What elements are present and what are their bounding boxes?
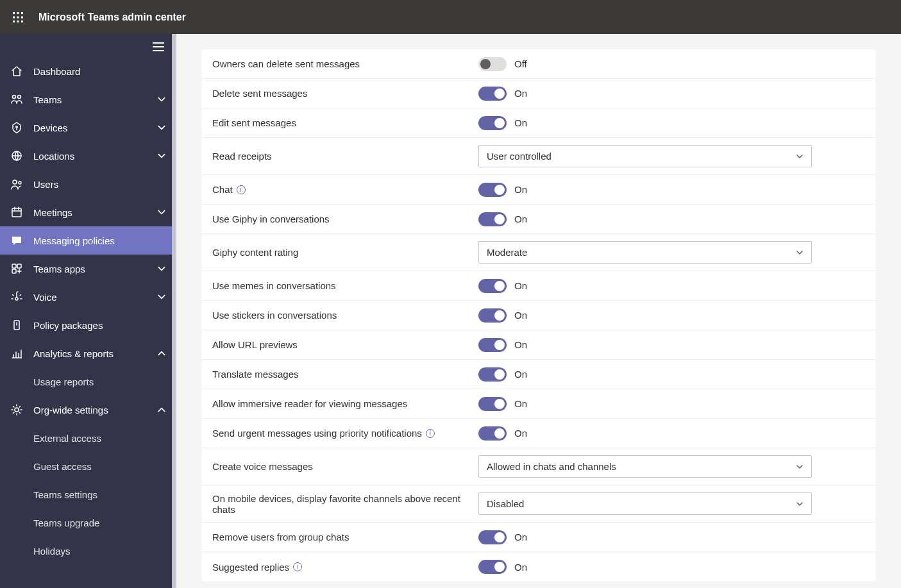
voice-icon [10, 290, 23, 303]
toggle[interactable]: On [478, 338, 527, 352]
home-icon [10, 65, 23, 78]
toggle[interactable]: On [478, 367, 527, 382]
select-dropdown[interactable]: Disabled [478, 492, 812, 515]
toggle[interactable]: Off [478, 57, 527, 71]
sidebar-item-messaging-policies[interactable]: Messaging policies [0, 226, 176, 255]
svg-rect-6 [13, 21, 15, 22]
toggle-knob [494, 532, 505, 542]
info-icon[interactable]: i [293, 562, 302, 571]
setting-label-text: Allow immersive reader for viewing messa… [212, 398, 407, 409]
top-bar: Microsoft Teams admin center [0, 0, 901, 34]
info-icon[interactable]: i [426, 429, 435, 438]
toggle-track[interactable] [478, 308, 507, 323]
setting-control: Moderate [478, 241, 865, 264]
users-icon [10, 178, 23, 190]
svg-rect-21 [12, 269, 16, 273]
sidebar-item-label: Messaging policies [33, 235, 166, 246]
svg-rect-8 [21, 21, 23, 22]
toggle[interactable]: On [478, 308, 527, 323]
sidebar-item-label: Locations [33, 151, 157, 162]
toggle-state-label: On [514, 310, 527, 321]
toggle-knob [494, 281, 505, 291]
collapse-nav-button[interactable] [152, 40, 165, 53]
toggle[interactable]: On [478, 397, 527, 411]
sidebar-item-label: Meetings [33, 207, 157, 218]
sidebar-item-devices[interactable]: Devices [0, 113, 176, 142]
toggle[interactable]: On [478, 87, 527, 101]
sidebar-item-org-wide-settings[interactable]: Org-wide settings [0, 396, 176, 424]
setting-label: On mobile devices, display favorite chan… [212, 493, 478, 515]
select-dropdown[interactable]: User controlled [478, 145, 812, 167]
package-icon [10, 319, 23, 332]
sidebar-item-label: Teams [33, 94, 157, 105]
toggle[interactable]: On [478, 426, 527, 441]
app-launcher-button[interactable] [6, 6, 29, 29]
waffle-icon [13, 12, 23, 22]
chat-icon [10, 234, 23, 247]
setting-label: Send urgent messages using priority noti… [212, 428, 478, 439]
toggle-track[interactable] [478, 212, 507, 226]
toggle-track[interactable] [478, 279, 507, 293]
setting-label: Create voice messages [212, 461, 478, 472]
setting-label: Edit sent messages [212, 117, 478, 128]
teams-icon [10, 93, 23, 106]
sidebar-subitem-external-access[interactable]: External access [0, 424, 176, 452]
sidebar-item-meetings[interactable]: Meetings [0, 198, 176, 226]
setting-label-text: Chat [212, 184, 233, 195]
sidebar-item-policy-packages[interactable]: Policy packages [0, 311, 176, 339]
setting-label-text: On mobile devices, display favorite chan… [212, 493, 478, 515]
sidebar-subitem-usage-reports[interactable]: Usage reports [0, 367, 176, 396]
toggle-track[interactable] [478, 560, 507, 574]
toggle[interactable]: On [478, 560, 527, 574]
sidebar-item-label: Users [33, 179, 166, 190]
setting-control: On [478, 397, 865, 411]
package-icon-wrap [10, 319, 23, 332]
sidebar-item-dashboard[interactable]: Dashboard [0, 57, 176, 85]
sidebar-item-label: Teams apps [33, 264, 157, 274]
setting-control: On [478, 338, 865, 352]
chevron-down-icon [796, 463, 804, 471]
svg-rect-20 [17, 264, 21, 268]
toggle[interactable]: On [478, 279, 527, 293]
toggle-track[interactable] [478, 116, 507, 130]
svg-rect-11 [153, 50, 164, 51]
toggle[interactable]: On [478, 212, 527, 226]
svg-rect-7 [17, 21, 19, 22]
toggle-knob [494, 562, 505, 572]
setting-row: Allow immersive reader for viewing messa… [202, 389, 875, 419]
setting-label-text: Suggested replies [212, 562, 289, 573]
toggle-track[interactable] [478, 57, 507, 71]
toggle-track[interactable] [478, 87, 507, 101]
setting-label-text: Read receipts [212, 151, 272, 162]
toggle-knob [494, 118, 505, 128]
sidebar-subitem-guest-access[interactable]: Guest access [0, 452, 176, 480]
toggle-track[interactable] [478, 367, 507, 382]
toggle[interactable]: On [478, 183, 527, 197]
toggle-knob [494, 214, 505, 224]
sidebar-item-voice[interactable]: Voice [0, 283, 176, 311]
gear-icon [10, 403, 23, 416]
svg-rect-3 [13, 16, 15, 18]
sidebar-item-label: Policy packages [33, 320, 166, 331]
sidebar-item-locations[interactable]: Locations [0, 142, 176, 170]
sidebar-subitem-teams-settings[interactable]: Teams settings [0, 480, 176, 508]
toggle[interactable]: On [478, 116, 527, 130]
sidebar-subitem-teams-upgrade[interactable]: Teams upgrade [0, 508, 176, 537]
toggle-track[interactable] [478, 530, 507, 544]
sidebar-subitem-holidays[interactable]: Holidays [0, 537, 176, 565]
toggle-track[interactable] [478, 338, 507, 352]
sidebar-item-teams-apps[interactable]: Teams apps [0, 255, 176, 283]
sidebar-item-users[interactable]: Users [0, 170, 176, 198]
select-dropdown[interactable]: Moderate [478, 241, 812, 264]
toggle-track[interactable] [478, 397, 507, 411]
globe-icon [10, 149, 23, 162]
toggle-track[interactable] [478, 183, 507, 197]
setting-row: ChatiOn [202, 175, 875, 205]
select-dropdown[interactable]: Allowed in chats and channels [478, 455, 812, 478]
svg-rect-10 [153, 46, 164, 47]
toggle-track[interactable] [478, 426, 507, 441]
toggle[interactable]: On [478, 530, 527, 544]
info-icon[interactable]: i [237, 185, 246, 194]
sidebar-item-analytics-reports[interactable]: Analytics & reports [0, 339, 176, 367]
sidebar-item-teams[interactable]: Teams [0, 85, 176, 113]
